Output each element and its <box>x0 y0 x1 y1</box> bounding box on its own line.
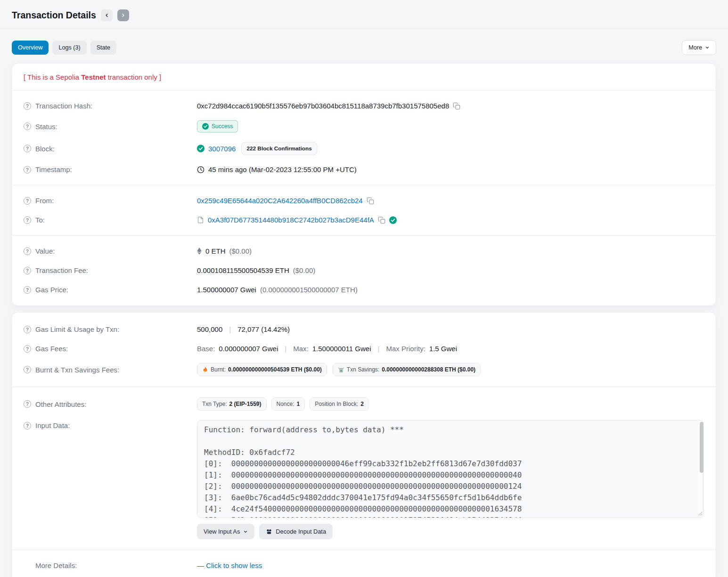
help-icon[interactable]: ? <box>24 422 31 429</box>
block-number-link[interactable]: 3007096 <box>208 145 236 153</box>
help-icon[interactable]: ? <box>24 366 31 373</box>
row-label: Gas Price: <box>35 286 68 294</box>
help-icon[interactable]: ? <box>24 166 31 173</box>
copy-icon <box>367 197 374 205</box>
transaction-fee-row: ?Transaction Fee: 0.000108115500504539 E… <box>24 261 704 280</box>
copy-to-address-button[interactable] <box>378 216 385 224</box>
input-data-container: Function: forward(address to,bytes data)… <box>197 420 703 518</box>
svg-text:$: $ <box>340 369 342 371</box>
transaction-hash-row: ?Transaction Hash: 0xc72d984ccac6190b5f1… <box>24 96 704 115</box>
separator: | <box>285 345 286 353</box>
help-icon[interactable]: ? <box>24 286 31 294</box>
base-fee-label: Base: <box>197 345 215 353</box>
max-priority-fee-label: Max Priority: <box>386 345 425 353</box>
row-label: Gas Fees: <box>35 345 68 353</box>
to-address-link[interactable]: 0xA3f07D6773514480b918C2742b027b3acD9E44… <box>208 216 374 224</box>
help-icon[interactable]: ? <box>24 102 31 110</box>
gas-price-row: ?Gas Price: 1.500000007 Gwei (0.00000000… <box>24 280 704 299</box>
burnt-savings-row: ?Burnt & Txn Savings Fees: Burnt: 0.0000… <box>24 358 704 381</box>
from-address-link[interactable]: 0x259c49E65644a020C2A642260a4ffB0CD862cb… <box>197 197 363 205</box>
help-icon[interactable]: ? <box>24 267 31 274</box>
gas-limit-row: ?Gas Limit & Usage by Txn: 500,000 | 72,… <box>24 320 704 339</box>
row-label: To: <box>35 216 45 224</box>
overview-card: [ This is a Sepolia Testnet transaction … <box>12 63 716 306</box>
from-row: ?From: 0x259c49E65644a020C2A642260a4ffB0… <box>24 191 704 210</box>
check-circle-icon <box>202 123 209 130</box>
eth-diamond-icon <box>197 247 202 255</box>
txn-savings-label: Txn Savings: <box>347 366 379 373</box>
input-data-buttons: View Input As Decode Input Data <box>197 524 704 539</box>
separator: | <box>378 345 380 353</box>
help-icon[interactable]: ? <box>24 145 31 152</box>
help-icon[interactable]: ? <box>24 197 31 205</box>
chevron-right-icon <box>121 13 126 18</box>
txn-savings-value: 0.000000000000288308 ETH ($0.00) <box>382 366 475 373</box>
copy-icon <box>378 216 385 224</box>
view-input-as-label: View Input As <box>204 528 240 535</box>
other-attributes-row: ?Other Attributes: Txn Type: 2 (EIP-1559… <box>24 393 704 415</box>
row-label: Input Data: <box>35 421 70 429</box>
next-transaction-button[interactable] <box>117 9 129 21</box>
decode-input-data-button[interactable]: Decode Input Data <box>259 524 333 539</box>
transaction-fee-usd: ($0.00) <box>293 266 316 274</box>
help-icon[interactable]: ? <box>24 123 31 130</box>
gas-fees-row: ?Gas Fees: Base: 0.000000007 Gwei | Max:… <box>24 339 704 358</box>
page-title: Transaction Details <box>12 10 96 21</box>
status-text: Success <box>212 123 233 130</box>
row-label: Other Attributes: <box>35 400 86 408</box>
burnt-label: Burnt: <box>211 366 226 373</box>
txn-type-label: Txn Type: <box>202 401 227 407</box>
txn-savings-badge: $ Txn Savings: 0.000000000000288308 ETH … <box>333 363 481 376</box>
max-priority-fee-value: 1.5 Gwei <box>429 345 457 353</box>
row-label: Transaction Hash: <box>35 102 92 110</box>
input-data-textarea[interactable]: Function: forward(address to,bytes data)… <box>197 420 703 518</box>
chevron-down-icon <box>705 45 710 50</box>
resize-handle-icon[interactable] <box>698 509 703 517</box>
timestamp-row: ?Timestamp: 45 mins ago (Mar-02-2023 12:… <box>24 160 704 179</box>
scrollbar-thumb[interactable] <box>700 422 703 473</box>
input-data-row: ?Input Data: Function: forward(address t… <box>24 415 704 544</box>
nonce-badge: Nonce: 1 <box>271 397 305 411</box>
separator: | <box>229 325 231 333</box>
help-icon[interactable]: ? <box>24 216 31 224</box>
burnt-value: 0.000000000000504539 ETH ($0.00) <box>228 366 322 373</box>
nonce-label: Nonce: <box>277 401 294 407</box>
clock-icon <box>197 166 204 173</box>
row-label: Block: <box>35 145 55 153</box>
value-amount: 0 ETH <box>205 247 226 255</box>
details-card: ?Gas Limit & Usage by Txn: 500,000 | 72,… <box>12 312 716 577</box>
help-icon[interactable]: ? <box>24 345 31 353</box>
txn-type-badge: Txn Type: 2 (EIP-1559) <box>197 397 267 411</box>
tabs-row: Overview Logs (3) State More <box>0 29 728 55</box>
timestamp-value: 45 mins ago (Mar-02-2023 12:55:00 PM +UT… <box>208 165 357 173</box>
money-wings-icon: $ <box>338 367 344 373</box>
value-usd: ($0.00) <box>229 247 252 255</box>
value-row: ?Value: 0 ETH ($0.00) <box>24 241 704 261</box>
copy-from-address-button[interactable] <box>367 197 374 205</box>
row-label: From: <box>35 197 54 205</box>
decode-blocks-icon <box>266 528 272 535</box>
transaction-fee-amount: 0.000108115500504539 ETH <box>197 266 289 274</box>
tab-logs[interactable]: Logs (3) <box>52 41 86 55</box>
copy-icon <box>453 102 460 110</box>
previous-transaction-button[interactable] <box>101 9 113 21</box>
more-dropdown-button[interactable]: More <box>682 40 716 55</box>
row-label: Status: <box>35 123 57 131</box>
show-less-link[interactable]: — Click to show less <box>197 561 262 569</box>
tab-state[interactable]: State <box>90 41 116 55</box>
row-label: Value: <box>35 247 55 255</box>
max-fee-label: Max: <box>293 345 309 353</box>
chevron-left-icon <box>104 13 109 18</box>
block-confirmations-badge: 222 Block Confirmations <box>241 142 317 155</box>
tab-overview[interactable]: Overview <box>12 41 49 55</box>
view-input-as-button[interactable]: View Input As <box>197 524 254 539</box>
help-icon[interactable]: ? <box>24 400 31 408</box>
transaction-hash-value: 0xc72d984ccac6190b5f135576eb97b03604bc81… <box>197 102 449 110</box>
help-icon[interactable]: ? <box>24 326 31 333</box>
block-row: ?Block: 3007096 222 Block Confirmations <box>24 137 704 160</box>
position-in-block-badge: Position In Block: 2 <box>310 397 369 411</box>
gas-price-amount: 1.500000007 Gwei <box>197 286 256 294</box>
burnt-fee-badge: Burnt: 0.000000000000504539 ETH ($0.00) <box>197 363 327 376</box>
copy-transaction-hash-button[interactable] <box>453 102 460 110</box>
help-icon[interactable]: ? <box>24 247 31 255</box>
